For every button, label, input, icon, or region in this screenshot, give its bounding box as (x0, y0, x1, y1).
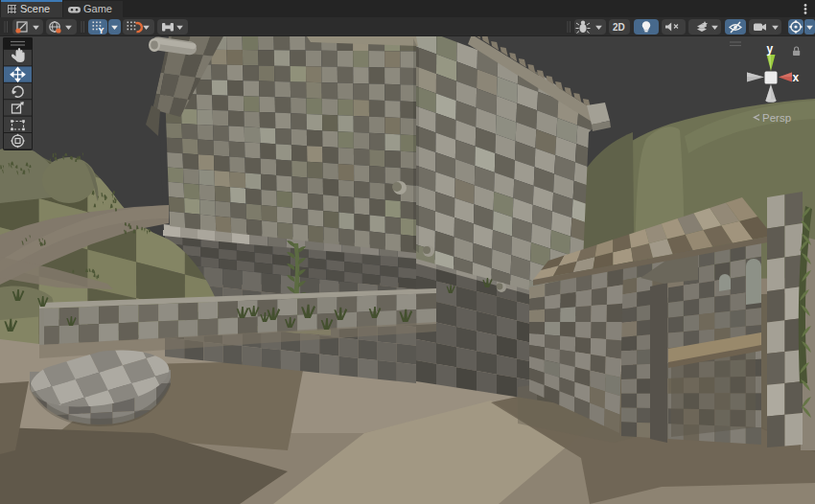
svg-text:Persp: Persp (762, 112, 791, 124)
svg-text:Y: Y (99, 26, 105, 35)
svg-text:2D: 2D (613, 22, 625, 33)
svg-text:Game: Game (83, 3, 112, 14)
svg-text:x: x (793, 71, 800, 84)
svg-text:Scene: Scene (20, 3, 50, 14)
svg-text:y: y (767, 42, 774, 56)
